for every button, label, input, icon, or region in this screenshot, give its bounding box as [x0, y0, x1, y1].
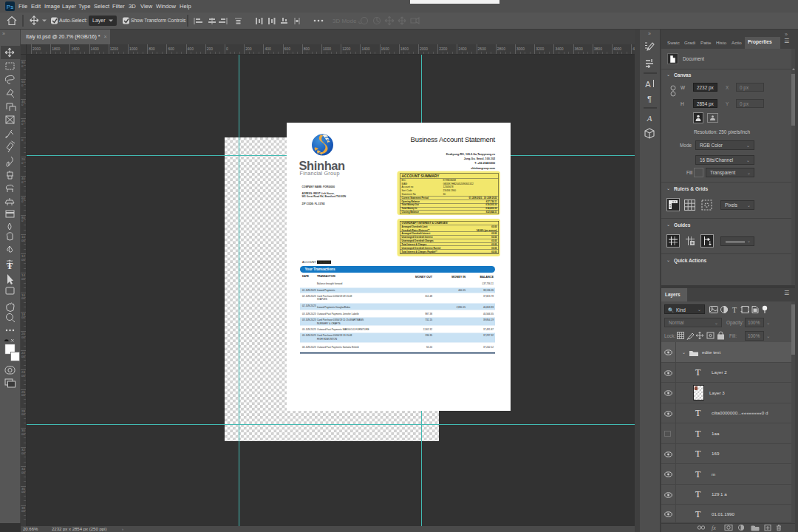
svg-text:T: T [7, 260, 13, 271]
svg-text:fx: fx [712, 525, 716, 531]
svg-text:¶: ¶ [647, 95, 652, 103]
svg-text:A: A [647, 114, 652, 123]
svg-text:A: A [645, 80, 651, 89]
svg-text:T: T [732, 306, 737, 314]
svg-text:3D Mode: 3D Mode [332, 18, 357, 24]
svg-text:Ps: Ps [7, 4, 13, 10]
